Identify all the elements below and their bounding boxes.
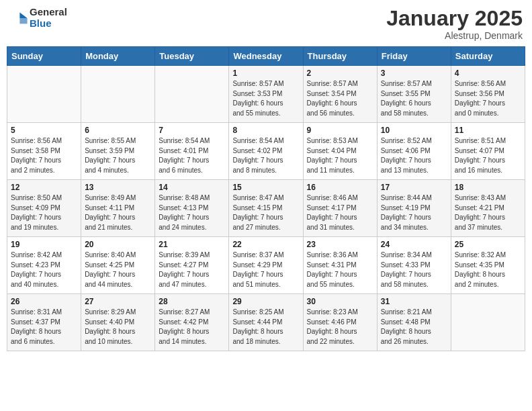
day-info: Sunrise: 8:56 AM Sunset: 3:56 PM Dayligh… [455, 79, 521, 118]
calendar-cell: 4Sunrise: 8:56 AM Sunset: 3:56 PM Daylig… [451, 66, 525, 123]
calendar-cell: 16Sunrise: 8:46 AM Sunset: 4:17 PM Dayli… [303, 180, 377, 237]
svg-marker-1 [19, 18, 27, 24]
calendar-cell: 9Sunrise: 8:53 AM Sunset: 4:04 PM Daylig… [303, 123, 377, 180]
day-info: Sunrise: 8:51 AM Sunset: 4:07 PM Dayligh… [455, 136, 521, 175]
week-row-1: 1Sunrise: 8:57 AM Sunset: 3:53 PM Daylig… [7, 66, 525, 123]
day-number: 30 [307, 297, 373, 306]
calendar-cell: 28Sunrise: 8:27 AM Sunset: 4:42 PM Dayli… [155, 294, 229, 351]
day-number: 6 [85, 126, 151, 135]
day-number: 11 [455, 126, 521, 135]
logo-icon [9, 9, 28, 28]
day-number: 20 [85, 240, 151, 249]
day-info: Sunrise: 8:27 AM Sunset: 4:42 PM Dayligh… [159, 308, 225, 347]
day-number: 1 [232, 68, 299, 78]
day-info: Sunrise: 8:57 AM Sunset: 3:53 PM Dayligh… [232, 79, 299, 118]
day-info: Sunrise: 8:42 AM Sunset: 4:23 PM Dayligh… [11, 250, 77, 289]
header-row: SundayMondayTuesdayWednesdayThursdayFrid… [7, 47, 525, 66]
calendar-cell: 8Sunrise: 8:54 AM Sunset: 4:02 PM Daylig… [229, 123, 303, 180]
day-number: 8 [232, 126, 299, 135]
calendar-cell: 30Sunrise: 8:23 AM Sunset: 4:46 PM Dayli… [303, 294, 377, 351]
logo-blue-text: Blue [30, 18, 67, 30]
day-info: Sunrise: 8:48 AM Sunset: 4:13 PM Dayligh… [159, 193, 225, 232]
day-number: 21 [159, 240, 225, 249]
day-info: Sunrise: 8:46 AM Sunset: 4:17 PM Dayligh… [307, 193, 373, 232]
day-number: 28 [159, 297, 225, 306]
week-row-3: 12Sunrise: 8:50 AM Sunset: 4:09 PM Dayli… [7, 180, 525, 237]
day-number: 25 [455, 240, 521, 249]
month-title: January 2025 [386, 7, 523, 30]
header-day-saturday: Saturday [451, 47, 525, 66]
day-info: Sunrise: 8:55 AM Sunset: 3:59 PM Dayligh… [85, 136, 151, 175]
day-number: 18 [455, 183, 521, 192]
day-info: Sunrise: 8:44 AM Sunset: 4:19 PM Dayligh… [381, 193, 447, 232]
calendar-table: SundayMondayTuesdayWednesdayThursdayFrid… [7, 46, 525, 351]
calendar-cell: 2Sunrise: 8:57 AM Sunset: 3:54 PM Daylig… [303, 66, 377, 123]
calendar-cell [81, 66, 155, 123]
location-text: Alestrup, Denmark [386, 30, 523, 41]
calendar-cell: 18Sunrise: 8:43 AM Sunset: 4:21 PM Dayli… [451, 180, 525, 237]
day-number: 5 [11, 126, 77, 135]
header-day-wednesday: Wednesday [229, 47, 303, 66]
header-day-friday: Friday [377, 47, 451, 66]
day-info: Sunrise: 8:34 AM Sunset: 4:33 PM Dayligh… [381, 250, 447, 289]
calendar-cell: 6Sunrise: 8:55 AM Sunset: 3:59 PM Daylig… [81, 123, 155, 180]
day-number: 31 [381, 297, 447, 306]
day-number: 16 [307, 183, 373, 192]
day-number: 15 [232, 183, 299, 192]
day-number: 27 [85, 297, 151, 306]
day-info: Sunrise: 8:50 AM Sunset: 4:09 PM Dayligh… [11, 193, 77, 232]
week-row-2: 5Sunrise: 8:56 AM Sunset: 3:58 PM Daylig… [7, 123, 525, 180]
day-number: 24 [381, 240, 447, 249]
day-number: 14 [159, 183, 225, 192]
calendar-cell: 21Sunrise: 8:39 AM Sunset: 4:27 PM Dayli… [155, 237, 229, 294]
day-info: Sunrise: 8:31 AM Sunset: 4:37 PM Dayligh… [11, 308, 77, 347]
calendar-cell: 23Sunrise: 8:36 AM Sunset: 4:31 PM Dayli… [303, 237, 377, 294]
calendar-header: SundayMondayTuesdayWednesdayThursdayFrid… [7, 47, 525, 66]
day-info: Sunrise: 8:56 AM Sunset: 3:58 PM Dayligh… [11, 136, 77, 175]
calendar-cell: 14Sunrise: 8:48 AM Sunset: 4:13 PM Dayli… [155, 180, 229, 237]
header-day-sunday: Sunday [7, 47, 81, 66]
day-info: Sunrise: 8:23 AM Sunset: 4:46 PM Dayligh… [307, 308, 373, 347]
calendar-cell: 7Sunrise: 8:54 AM Sunset: 4:01 PM Daylig… [155, 123, 229, 180]
day-info: Sunrise: 8:49 AM Sunset: 4:11 PM Dayligh… [85, 193, 151, 232]
day-info: Sunrise: 8:43 AM Sunset: 4:21 PM Dayligh… [455, 193, 521, 232]
day-number: 4 [455, 68, 521, 78]
header-day-monday: Monday [81, 47, 155, 66]
day-number: 13 [85, 183, 151, 192]
calendar-cell: 25Sunrise: 8:32 AM Sunset: 4:35 PM Dayli… [451, 237, 525, 294]
calendar-cell: 3Sunrise: 8:57 AM Sunset: 3:55 PM Daylig… [377, 66, 451, 123]
calendar-cell [451, 294, 525, 351]
day-number: 17 [381, 183, 447, 192]
day-number: 3 [381, 68, 447, 78]
calendar-cell: 17Sunrise: 8:44 AM Sunset: 4:19 PM Dayli… [377, 180, 451, 237]
day-number: 12 [11, 183, 77, 192]
calendar-cell: 1Sunrise: 8:57 AM Sunset: 3:53 PM Daylig… [229, 66, 303, 123]
day-number: 10 [381, 126, 447, 135]
day-number: 9 [307, 126, 373, 135]
title-area: January 2025 Alestrup, Denmark [386, 7, 523, 41]
calendar-cell: 26Sunrise: 8:31 AM Sunset: 4:37 PM Dayli… [7, 294, 81, 351]
day-info: Sunrise: 8:29 AM Sunset: 4:40 PM Dayligh… [85, 308, 151, 347]
day-number: 19 [11, 240, 77, 249]
calendar-cell: 11Sunrise: 8:51 AM Sunset: 4:07 PM Dayli… [451, 123, 525, 180]
day-info: Sunrise: 8:37 AM Sunset: 4:29 PM Dayligh… [232, 250, 299, 289]
day-number: 29 [232, 297, 299, 306]
day-info: Sunrise: 8:40 AM Sunset: 4:25 PM Dayligh… [85, 250, 151, 289]
day-info: Sunrise: 8:53 AM Sunset: 4:04 PM Dayligh… [307, 136, 373, 175]
day-info: Sunrise: 8:54 AM Sunset: 4:01 PM Dayligh… [159, 136, 225, 175]
day-info: Sunrise: 8:47 AM Sunset: 4:15 PM Dayligh… [232, 193, 299, 232]
calendar-cell: 19Sunrise: 8:42 AM Sunset: 4:23 PM Dayli… [7, 237, 81, 294]
day-number: 2 [307, 68, 373, 78]
calendar-cell: 31Sunrise: 8:21 AM Sunset: 4:48 PM Dayli… [377, 294, 451, 351]
day-number: 7 [159, 126, 225, 135]
logo: General Blue [9, 7, 67, 29]
day-info: Sunrise: 8:54 AM Sunset: 4:02 PM Dayligh… [232, 136, 299, 175]
day-number: 22 [232, 240, 299, 249]
calendar-cell: 20Sunrise: 8:40 AM Sunset: 4:25 PM Dayli… [81, 237, 155, 294]
day-info: Sunrise: 8:57 AM Sunset: 3:55 PM Dayligh… [381, 79, 447, 118]
calendar-cell: 27Sunrise: 8:29 AM Sunset: 4:40 PM Dayli… [81, 294, 155, 351]
calendar-body: 1Sunrise: 8:57 AM Sunset: 3:53 PM Daylig… [7, 66, 525, 351]
header-day-thursday: Thursday [303, 47, 377, 66]
day-info: Sunrise: 8:32 AM Sunset: 4:35 PM Dayligh… [455, 250, 521, 289]
calendar-cell: 29Sunrise: 8:25 AM Sunset: 4:44 PM Dayli… [229, 294, 303, 351]
